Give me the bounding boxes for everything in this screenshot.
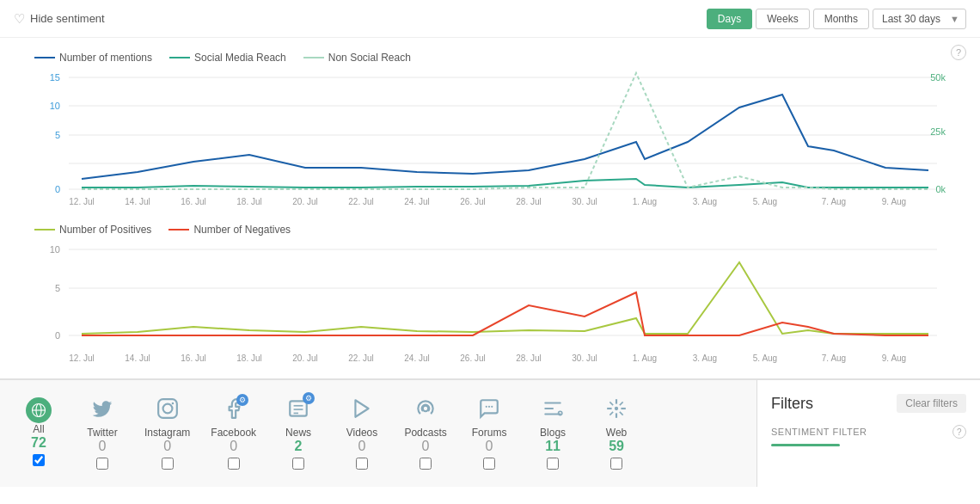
days-button[interactable]: Days [707, 9, 752, 29]
legend-non-social-label: Non Social Reach [328, 52, 411, 64]
source-tab-blogs[interactable]: Blogs 11 [523, 392, 583, 475]
date-range-select[interactable]: Last 30 days Last 7 days Last 90 days [873, 9, 966, 29]
chart2-legend: Number of Positives Number of Negatives [0, 218, 980, 241]
svg-point-59 [423, 406, 429, 412]
podcasts-tab-count: 0 [422, 439, 430, 454]
facebook-tab-label: Facebook [211, 427, 256, 439]
forums-tab-checkbox[interactable] [483, 458, 495, 470]
svg-line-72 [609, 412, 613, 415]
podcasts-tab-checkbox[interactable] [420, 458, 432, 470]
svg-text:15: 15 [50, 72, 60, 83]
svg-text:7. Aug: 7. Aug [822, 197, 846, 206]
chart2-svg: 10 5 0 12. Jul 14. Jul 16. Jul 18. Jul 2… [0, 241, 980, 370]
instagram-icon [156, 397, 179, 425]
date-range-dropdown-wrapper: Last 30 days Last 7 days Last 90 days ▼ [873, 9, 966, 29]
legend-mentions-label: Number of mentions [59, 52, 152, 64]
svg-text:0: 0 [55, 330, 60, 341]
svg-text:50k: 50k [930, 72, 946, 83]
legend-non-social-line [303, 57, 324, 58]
months-button[interactable]: Months [813, 9, 869, 29]
instagram-tab-label: Instagram [144, 427, 190, 439]
forums-tab-count: 0 [486, 439, 493, 454]
source-tab-facebook[interactable]: ⚙ Facebook 0 [202, 392, 265, 475]
news-tab-checkbox[interactable] [292, 458, 304, 470]
svg-text:30. Jul: 30. Jul [572, 197, 597, 206]
hide-sentiment-button[interactable]: ♡ Hide sentiment [14, 11, 105, 27]
legend-positives-line [34, 229, 55, 230]
blogs-tab-checkbox[interactable] [547, 458, 559, 470]
hide-sentiment-label: Hide sentiment [30, 12, 105, 25]
all-tab-checkbox[interactable] [33, 454, 45, 466]
svg-text:10: 10 [50, 101, 60, 111]
sentiment-help-icon: ? [952, 425, 966, 439]
instagram-tab-count: 0 [163, 439, 171, 454]
podcasts-tab-label: Podcasts [404, 427, 446, 439]
svg-text:9. Aug: 9. Aug [882, 197, 906, 206]
web-tab-label: Web [606, 427, 627, 439]
bottom-section: All 72 Twitter 0 Instagram 0 ⚙ [0, 378, 980, 487]
source-tab-videos[interactable]: Videos 0 [332, 392, 392, 475]
source-tab-twitter[interactable]: Twitter 0 [72, 392, 132, 475]
facebook-icon: ⚙ [223, 397, 245, 425]
svg-text:3. Aug: 3. Aug [693, 197, 717, 206]
svg-text:16. Jul: 16. Jul [181, 197, 205, 206]
source-tab-news[interactable]: ⚙ News 2 [268, 392, 328, 475]
web-tab-checkbox[interactable] [610, 458, 622, 470]
legend-non-social-reach: Non Social Reach [303, 52, 411, 64]
svg-text:10: 10 [50, 244, 60, 255]
twitter-tab-checkbox[interactable] [96, 458, 108, 470]
legend-negatives: Number of Negatives [168, 224, 291, 236]
source-tab-web[interactable]: Web 59 [586, 392, 646, 475]
blogs-tab-count: 11 [545, 439, 560, 454]
svg-point-53 [171, 403, 174, 405]
chart1-wrapper: 15 10 5 0 50k 25k 0k 12. Jul 14. Jul 16.… [0, 69, 980, 206]
svg-text:0k: 0k [935, 184, 946, 194]
source-tab-forums[interactable]: Forums 0 [459, 392, 519, 475]
news-tab-count: 2 [295, 439, 303, 454]
svg-text:14. Jul: 14. Jul [125, 197, 150, 206]
svg-text:1. Aug: 1. Aug [633, 353, 657, 363]
clear-filters-button[interactable]: Clear filters [897, 394, 966, 413]
instagram-tab-checkbox[interactable] [162, 458, 174, 470]
svg-text:30. Jul: 30. Jul [572, 353, 597, 363]
chart2-section: Number of Positives Number of Negatives … [0, 210, 980, 370]
source-tab-podcasts[interactable]: Podcasts 0 [395, 392, 456, 475]
source-tab-instagram[interactable]: Instagram 0 [136, 392, 199, 475]
svg-text:3. Aug: 3. Aug [693, 353, 717, 363]
svg-text:7. Aug: 7. Aug [822, 353, 846, 363]
svg-text:16. Jul: 16. Jul [181, 353, 205, 363]
svg-text:18. Jul: 18. Jul [236, 353, 261, 363]
legend-mentions: Number of mentions [34, 52, 152, 64]
weeks-button[interactable]: Weeks [756, 9, 809, 29]
source-tab-all[interactable]: All 72 [9, 392, 69, 471]
svg-text:14. Jul: 14. Jul [125, 353, 150, 363]
svg-line-71 [620, 402, 623, 405]
svg-text:5. Aug: 5. Aug [753, 353, 777, 363]
legend-mentions-line [34, 57, 55, 58]
chart2-wrapper: 10 5 0 12. Jul 14. Jul 16. Jul 18. Jul 2… [0, 241, 980, 370]
svg-point-61 [488, 406, 490, 408]
legend-social-line [169, 57, 190, 58]
svg-text:18. Jul: 18. Jul [236, 197, 261, 206]
videos-icon [351, 397, 373, 425]
globe-icon [26, 397, 52, 423]
svg-text:5: 5 [55, 283, 60, 293]
facebook-tab-checkbox[interactable] [228, 458, 240, 470]
svg-text:5. Aug: 5. Aug [753, 197, 777, 206]
twitter-icon [91, 397, 113, 425]
svg-point-52 [162, 404, 172, 414]
filters-header: Filters Clear filters [771, 394, 966, 413]
chart1-svg: 15 10 5 0 50k 25k 0k 12. Jul 14. Jul 16.… [0, 69, 980, 206]
help-icon[interactable]: ? [951, 45, 966, 60]
blogs-tab-label: Blogs [540, 427, 566, 439]
forums-icon [478, 397, 500, 425]
web-icon [605, 397, 628, 425]
videos-tab-checkbox[interactable] [356, 458, 368, 470]
svg-text:9. Aug: 9. Aug [882, 353, 906, 363]
svg-text:12. Jul: 12. Jul [69, 197, 94, 206]
chart1-legend: Number of mentions Social Media Reach No… [0, 46, 980, 69]
svg-text:5: 5 [55, 130, 60, 140]
svg-text:20. Jul: 20. Jul [292, 353, 317, 363]
legend-positives: Number of Positives [34, 224, 151, 236]
all-tab-count: 72 [31, 435, 46, 451]
